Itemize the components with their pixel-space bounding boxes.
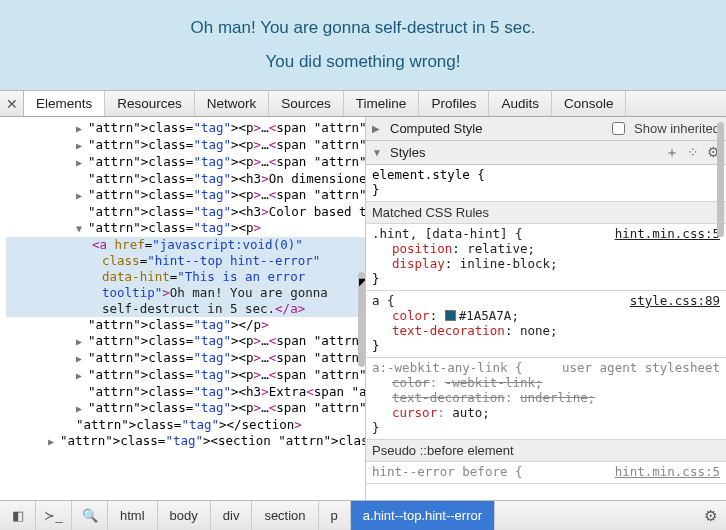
page-preview: Oh man! You are gonna self-destruct in 5… (0, 0, 726, 90)
css-rule-a[interactable]: a {style.css:89 color: #1A5A7A; text-dec… (366, 291, 726, 358)
dom-tree-row[interactable]: ▶"attrn">class="tag"><p>…<span "attrn">c… (6, 333, 365, 350)
chevron-right-icon: ▶ (372, 123, 384, 134)
css-rule-user-agent[interactable]: a:-webkit-any-link {user agent styleshee… (366, 358, 726, 440)
tab-timeline[interactable]: Timeline (344, 91, 420, 116)
settings-gear-icon[interactable]: ⚙ (694, 501, 726, 530)
dom-tree-row[interactable]: ▶"attrn">class="tag"><p>…<span "attrn">c… (6, 120, 365, 137)
toggle-element-state-icon[interactable]: ⁘ (687, 144, 699, 162)
styles-panel: ▶ Computed Style Show inherited ▼ Styles… (366, 117, 726, 500)
tab-audits[interactable]: Audits (489, 91, 552, 116)
styles-scrollbar[interactable] (717, 122, 724, 237)
disclosure-triangle-icon[interactable]: ▶ (76, 401, 88, 417)
dom-tree-row[interactable]: ▶"attrn">class="tag"><p>…<span "attrn">c… (6, 187, 365, 204)
css-rule-pseudo-peek[interactable]: hint--error before {hint.min.css:5 (366, 462, 726, 484)
chevron-down-icon: ▼ (372, 147, 384, 158)
tab-console[interactable]: Console (552, 91, 627, 116)
tab-sources[interactable]: Sources (269, 91, 344, 116)
dom-tree-row[interactable]: ▶"attrn">class="tag"><p>…<span "attrn">c… (6, 367, 365, 384)
dom-tree-row[interactable]: "attrn">class="tag"><h3>Color based type… (6, 204, 365, 220)
breadcrumb-p[interactable]: p (319, 501, 351, 530)
devtools-tabbar: ✕ Elements Resources Network Sources Tim… (0, 90, 726, 117)
disclosure-triangle-icon[interactable]: ▶ (76, 351, 88, 367)
new-style-rule-icon[interactable]: ＋ (665, 144, 679, 162)
disclosure-triangle-icon[interactable]: ▶ (76, 334, 88, 350)
dom-tree-scrollbar[interactable] (358, 272, 365, 367)
tab-resources[interactable]: Resources (105, 91, 195, 116)
pseudo-before-section[interactable]: Pseudo ::before element (366, 440, 726, 462)
color-swatch-icon[interactable] (445, 310, 456, 321)
disclosure-triangle-icon[interactable]: ▶ (48, 434, 60, 450)
devtools-bottom-toolbar: ◧ ≻_ 🔍 html body div section p a.hint--t… (0, 500, 726, 530)
disclosure-triangle-icon[interactable]: ▶ (76, 368, 88, 384)
dom-tree-row[interactable]: ▶"attrn">class="tag"><p>…<span "attrn">c… (6, 137, 365, 154)
disclosure-triangle-icon[interactable]: ▶ (76, 121, 88, 137)
disclosure-triangle-icon[interactable]: ▶ (76, 188, 88, 204)
disclosure-triangle-icon[interactable]: ▼ (76, 221, 88, 237)
show-inherited-checkbox[interactable] (612, 122, 625, 135)
dom-tree-row[interactable]: ▶"attrn">class="tag"><section "attrn">cl… (6, 433, 365, 450)
matched-css-rules-header: Matched CSS Rules (366, 202, 726, 224)
show-console-icon[interactable]: ≻_ (36, 501, 72, 530)
tab-network[interactable]: Network (195, 91, 270, 116)
search-icon[interactable]: 🔍 (72, 501, 108, 530)
source-link: user agent stylesheet (562, 360, 720, 375)
css-rule-hint[interactable]: .hint, [data-hint] {hint.min.css:5 posit… (366, 224, 726, 291)
dom-tree-row[interactable]: "attrn">class="tag"><h3>On dimensioned e… (6, 171, 365, 187)
source-link[interactable]: hint.min.css:5 (615, 464, 720, 479)
close-devtools-button[interactable]: ✕ (0, 91, 24, 116)
dom-tree-row[interactable]: "attrn">class="tag"><h3>Extra<span "attr… (6, 384, 365, 400)
source-link[interactable]: style.css:89 (630, 293, 720, 308)
selected-anchor-node[interactable]: <a href="javascript:void(0)" class="hint… (6, 237, 365, 317)
breadcrumb-section[interactable]: section (252, 501, 318, 530)
breadcrumb-body[interactable]: body (158, 501, 211, 530)
breadcrumb-div[interactable]: div (211, 501, 253, 530)
dom-tree-row[interactable]: ▶"attrn">class="tag"><p>…<span "attrn">c… (6, 154, 365, 171)
breadcrumb-a-hint[interactable]: a.hint--top.hint--error (351, 501, 495, 530)
dom-tree-row[interactable]: "attrn">class="tag"></p> (6, 317, 365, 333)
computed-style-section[interactable]: ▶ Computed Style Show inherited (366, 117, 726, 141)
styles-section[interactable]: ▼ Styles ＋ ⁘ ⚙ (366, 141, 726, 165)
breadcrumb-html[interactable]: html (108, 501, 158, 530)
element-style-rule[interactable]: element.style { } (366, 165, 726, 202)
tab-elements[interactable]: Elements (24, 91, 105, 116)
dock-side-icon[interactable]: ◧ (0, 501, 36, 530)
dom-tree-row[interactable]: "attrn">class="tag"></section> (6, 417, 365, 433)
dom-tree-row[interactable]: ▼"attrn">class="tag"><p> (6, 220, 365, 237)
disclosure-triangle-icon[interactable]: ▶ (76, 138, 88, 154)
dom-tree-row[interactable]: ▶"attrn">class="tag"><p>…<span "attrn">c… (6, 350, 365, 367)
dom-tree-row[interactable]: ▶"attrn">class="tag"><p>…<span "attrn">c… (6, 400, 365, 417)
page-heading: You did something wrong! (265, 52, 460, 72)
dom-tree-panel[interactable]: ▶"attrn">class="tag"><p>…<span "attrn">c… (0, 117, 366, 500)
tab-profiles[interactable]: Profiles (419, 91, 489, 116)
source-link[interactable]: hint.min.css:5 (615, 226, 720, 241)
disclosure-triangle-icon[interactable]: ▶ (76, 155, 88, 171)
tooltip-message: Oh man! You are gonna self-destruct in 5… (191, 18, 536, 38)
